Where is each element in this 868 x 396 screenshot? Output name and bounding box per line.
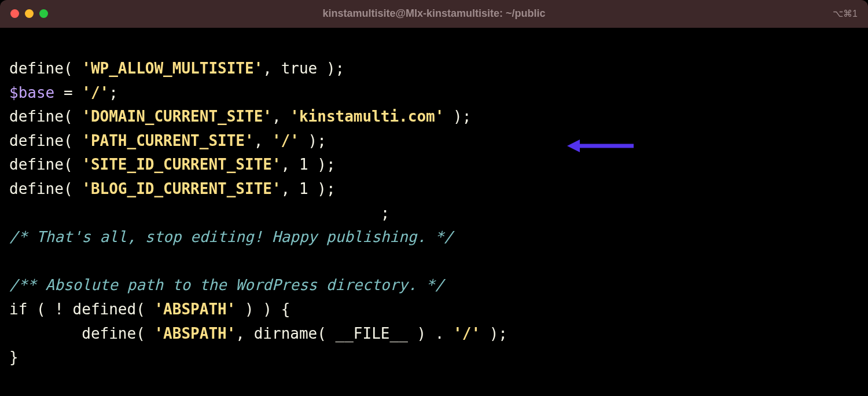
- function-call: define: [9, 60, 64, 77]
- string-literal: 'kinstamulti.com': [290, 108, 444, 125]
- string-literal: 'WP_ALLOW_MULTISITE': [82, 60, 263, 77]
- keyboard-shortcut-hint: ⌥⌘1: [833, 8, 858, 19]
- function-call: define: [9, 132, 64, 149]
- string-literal: 'DOMAIN_CURRENT_SITE': [82, 108, 272, 125]
- function-call: define: [9, 180, 64, 197]
- magic-constant: __FILE__: [336, 325, 408, 342]
- string-literal: 'PATH_CURRENT_SITE': [82, 132, 253, 149]
- terminal-content[interactable]: define( 'WP_ALLOW_MULTISITE', true ); $b…: [0, 28, 868, 396]
- string-literal: 'ABSPATH': [154, 300, 236, 318]
- comment: /** Absolute path to the WordPress direc…: [9, 276, 444, 294]
- variable: $base: [9, 84, 54, 101]
- traffic-lights: [10, 9, 48, 18]
- boolean-value: true: [281, 60, 318, 77]
- minimize-window-button[interactable]: [25, 9, 34, 18]
- string-literal: 'ABSPATH': [154, 325, 236, 342]
- code-line: ;: [9, 201, 859, 226]
- function-call: define: [82, 325, 136, 342]
- code-line: define( 'BLOG_ID_CURRENT_SITE', 1 );: [9, 177, 859, 201]
- code-line: define( 'SITE_ID_CURRENT_SITE', 1 );: [9, 153, 859, 177]
- code-line: define( 'ABSPATH', dirname( __FILE__ ) .…: [9, 322, 859, 346]
- code-line: }: [9, 346, 859, 370]
- comment: /* That's all, stop editing! Happy publi…: [9, 228, 453, 245]
- number-literal: 1: [299, 156, 308, 173]
- code-line: define( 'WP_ALLOW_MULTISITE', true );: [9, 57, 859, 81]
- code-line: [9, 250, 859, 274]
- function-call: define: [9, 156, 64, 173]
- function-call: defined: [73, 300, 137, 318]
- function-call: dirname: [254, 325, 318, 342]
- code-line: define( 'PATH_CURRENT_SITE', '/' );: [9, 129, 859, 153]
- terminal-window: kinstamultisite@MIx-kinstamultisite: ~/p…: [0, 0, 868, 396]
- code-line: $base = '/';: [9, 81, 859, 105]
- code-line: define( 'DOMAIN_CURRENT_SITE', 'kinstamu…: [9, 105, 859, 129]
- string-literal: '/': [272, 132, 299, 149]
- function-call: define: [9, 108, 64, 125]
- string-literal: '/': [82, 84, 109, 101]
- string-literal: '/': [453, 325, 480, 342]
- string-literal: 'BLOG_ID_CURRENT_SITE': [82, 180, 281, 197]
- window-titlebar: kinstamultisite@MIx-kinstamultisite: ~/p…: [0, 0, 868, 28]
- close-window-button[interactable]: [10, 9, 19, 18]
- annotation-arrow-icon: [567, 137, 634, 155]
- code-line: if ( ! defined( 'ABSPATH' ) ) {: [9, 298, 859, 322]
- maximize-window-button[interactable]: [39, 9, 48, 18]
- window-title: kinstamultisite@MIx-kinstamultisite: ~/p…: [322, 8, 545, 20]
- svg-marker-1: [567, 140, 580, 152]
- code-line: /** Absolute path to the WordPress direc…: [9, 273, 859, 298]
- number-literal: 1: [299, 180, 308, 197]
- code-line: /* That's all, stop editing! Happy publi…: [9, 225, 859, 250]
- string-literal: 'SITE_ID_CURRENT_SITE': [82, 156, 281, 173]
